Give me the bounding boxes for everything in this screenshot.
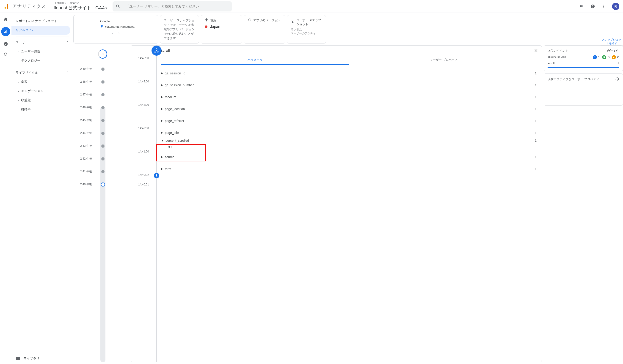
search-bar[interactable] [112, 1, 232, 11]
brand-label: アナリティクス [12, 3, 46, 9]
breadcrumb-property: flourish [70, 1, 79, 5]
chevron-down-icon[interactable]: ▾ [105, 6, 107, 10]
breadcrumb-account: FLOURISH [54, 1, 68, 5]
search-input[interactable] [126, 4, 228, 8]
ga-logo [4, 4, 9, 9]
svg-rect-0 [5, 7, 6, 9]
search-icon [116, 4, 120, 9]
chevron-right-icon: › [68, 1, 69, 5]
apps-icon[interactable] [579, 4, 584, 9]
svg-rect-1 [7, 4, 8, 9]
help-icon[interactable] [590, 4, 596, 9]
divider [50, 3, 50, 10]
property-title: flourish公式サイト - GA4 [54, 5, 105, 11]
property-selector[interactable]: FLOURISH › flourish flourish公式サイト - GA4 … [54, 1, 107, 11]
more-vert-icon[interactable] [601, 4, 606, 9]
account-avatar[interactable]: R [612, 3, 619, 10]
